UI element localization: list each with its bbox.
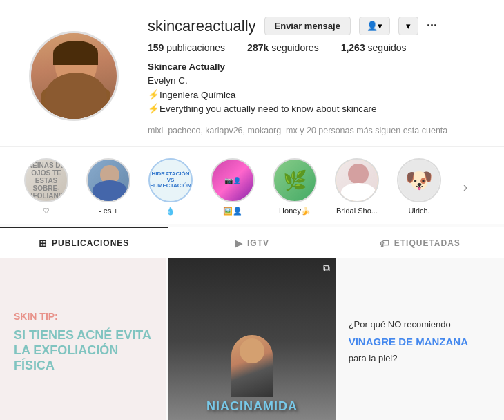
avatar-neck (68, 73, 84, 86)
story-circle-honey: 🌿 (273, 158, 317, 202)
profile-info: skincareactually Enviar mensaje 👤▾ ▾ ···… (148, 17, 482, 135)
stories-section: REINAS DE OJOS TE ESTAS SOBRE-EXFOLIANDO… (0, 146, 504, 224)
send-message-button[interactable]: Enviar mensaje (264, 17, 351, 35)
followers-label: seguidores (271, 42, 319, 53)
story-label-hidratacion: 💧 (166, 207, 175, 216)
posts-label: publicaciones (166, 42, 225, 53)
story-circle-es (86, 158, 130, 202)
posts-grid: SKIN TIP: SI TIENES ACNÉ EVITA LA EXFOLI… (0, 258, 504, 420)
followers-hint-text: mixi_pacheco, karlapv26, mokaorg_mx y 20… (148, 126, 447, 135)
stories-chevron-right[interactable]: › (457, 158, 474, 216)
story-wedding-content (336, 160, 378, 201)
tab-igtv-label: IGTV (247, 238, 269, 248)
story-circle-neon: 📷👤 (211, 158, 255, 202)
story-circle-ulrich: 🐶 (397, 158, 441, 202)
story-circle-heart: REINAS DE OJOS TE ESTAS SOBRE-EXFOLIANDO (24, 158, 68, 202)
bio-line1: Evelyn C. (148, 74, 482, 88)
story-label-es: - es + (99, 207, 118, 215)
tabs-row: ⊞ PUBLICACIONES ▶ IGTV 🏷 ETIQUETADAS (0, 227, 504, 258)
story-label-honey: Honey🍌 (279, 207, 311, 216)
story-dog-content: 🐶 (398, 160, 440, 201)
story-item-honey[interactable]: 🌿 Honey🍌 (271, 158, 319, 216)
story-label-bridal: Bridal Sho... (336, 207, 378, 215)
story-label-neon: 🖼️👤 (223, 207, 242, 216)
post-vinagre-line3: para la piel? (349, 352, 493, 365)
story-item-es[interactable]: - es + (84, 158, 133, 216)
story-item-hidratacion[interactable]: HIDRATACIÓN VS HUMECTACIÓN 💧 (146, 158, 195, 216)
post-skin-tip-heading: SKIN TIP: (14, 310, 153, 323)
post-niacinamida-text: NIACINAMIDA (206, 399, 298, 414)
story-honey-content: 🌿 (283, 169, 307, 192)
followers-stat[interactable]: 287k seguidores (247, 42, 319, 53)
follow-icon-button[interactable]: 👤▾ (359, 17, 390, 35)
followers-count: 287k (247, 42, 269, 53)
avatar-hair (53, 41, 98, 65)
chevron-down-icon: ▾ (406, 21, 411, 31)
igtv-icon: ▶ (235, 238, 243, 249)
tag-icon: 🏷 (380, 238, 390, 249)
post-vinagre-line1: ¿Por qué NO recomiendo (349, 318, 493, 331)
avatar (29, 31, 119, 121)
post-2-person-shape (231, 335, 273, 397)
tab-etiquetadas[interactable]: 🏷 ETIQUETADAS (336, 227, 504, 258)
tab-igtv[interactable]: ▶ IGTV (168, 227, 336, 258)
dropdown-button[interactable]: ▾ (398, 17, 418, 35)
story-item-bridal[interactable]: Bridal Sho... (333, 158, 381, 216)
post-item-vinagre[interactable]: ¿Por qué NO recomiendo VINAGRE DE MANZAN… (338, 258, 504, 420)
stats-row: 159 publicaciones 287k seguidores 1,263 … (148, 42, 482, 53)
more-options-button[interactable]: ··· (427, 19, 437, 33)
post-item-skin-tip[interactable]: SKIN TIP: SI TIENES ACNÉ EVITA LA EXFOLI… (0, 258, 166, 420)
posts-count: 159 (148, 42, 164, 53)
story-circle-hidratacion: HIDRATACIÓN VS HUMECTACIÓN (148, 158, 193, 202)
story-item-ulrich[interactable]: 🐶 Ulrich. (395, 158, 443, 216)
story-circle-bridal (335, 158, 379, 202)
following-stat[interactable]: 1,263 seguidos (341, 42, 407, 53)
avatar-body (41, 83, 110, 121)
story-heart-content: REINAS DE OJOS TE ESTAS SOBRE-EXFOLIANDO (24, 159, 68, 202)
tab-publicaciones-label: PUBLICACIONES (52, 238, 129, 248)
post-video-overlay-icon: ⧉ (323, 262, 330, 274)
following-count: 1,263 (341, 42, 365, 53)
profile-top-row: skincareactually Enviar mensaje 👤▾ ▾ ··· (148, 17, 482, 35)
story-label-ulrich: Ulrich. (408, 207, 429, 215)
story-item-heart[interactable]: REINAS DE OJOS TE ESTAS SOBRE-EXFOLIANDO… (22, 158, 70, 216)
avatar-col (22, 17, 126, 135)
post-vinagre-line2: VINAGRE DE MANZANA (349, 336, 493, 348)
username: skincareactually (148, 17, 256, 35)
post-item-niacinamida[interactable]: ⧉ NIACINAMIDA (168, 258, 335, 420)
person-add-icon: 👤▾ (367, 21, 382, 31)
story-neon-content: 📷👤 (224, 177, 241, 184)
story-person-content (88, 160, 129, 201)
tab-etiquetadas-label: ETIQUETADAS (394, 238, 461, 248)
post-skin-tip-body: SI TIENES ACNÉ EVITA LA EXFOLIACIÓN FÍSI… (14, 328, 153, 373)
story-label-heart: ♡ (43, 207, 50, 216)
bio-section: Skincare Actually Evelyn C. ⚡Ingeniera Q… (148, 60, 482, 116)
tab-publicaciones[interactable]: ⊞ PUBLICACIONES (0, 227, 168, 258)
profile-section: skincareactually Enviar mensaje 👤▾ ▾ ···… (0, 0, 504, 146)
bio-line3: ⚡Everything you actually need to know ab… (148, 102, 482, 116)
grid-icon: ⊞ (39, 238, 48, 249)
avatar-image (31, 31, 117, 121)
following-label: seguidos (368, 42, 407, 53)
story-hidratacion-content: HIDRATACIÓN VS HUMECTACIÓN (148, 170, 192, 191)
posts-stat: 159 publicaciones (148, 42, 225, 53)
post-2-face-shape (240, 338, 264, 363)
story-item-neon[interactable]: 📷👤 🖼️👤 (209, 158, 257, 216)
followers-hint: mixi_pacheco, karlapv26, mokaorg_mx y 20… (148, 126, 482, 135)
bio-line2: ⚡Ingeniera Química (148, 88, 482, 102)
bio-display-name: Skincare Actually (148, 60, 482, 74)
